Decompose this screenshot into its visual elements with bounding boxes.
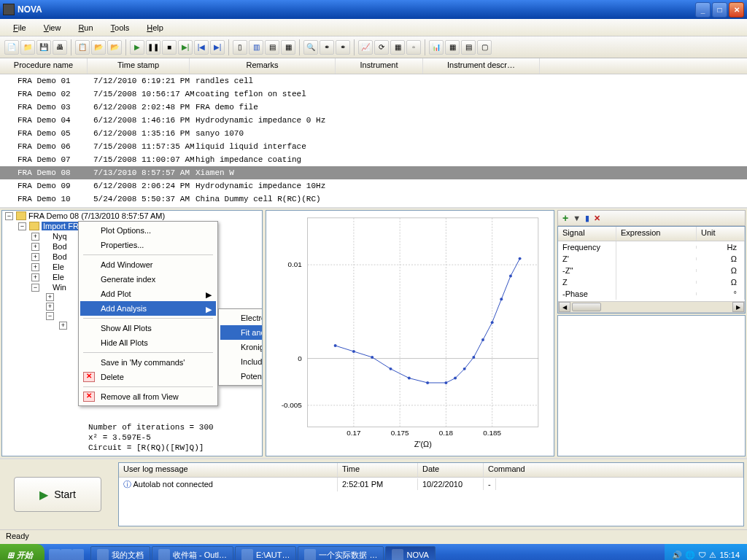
tb-step-icon[interactable]: ▶| bbox=[178, 40, 193, 55]
menu-item[interactable]: Remove all from View✕ bbox=[80, 389, 216, 404]
table-row[interactable]: FRA Demo 087/13/2010 8:57:57 AMXiamen W bbox=[0, 166, 747, 179]
signal-row[interactable]: -Z''Ω bbox=[558, 265, 745, 276]
tb-refresh-icon[interactable]: ⟳ bbox=[374, 40, 389, 55]
menu-item[interactable]: Hide All Plots bbox=[80, 335, 216, 350]
table-row[interactable]: FRA Demo 105/24/2008 5:50:37 AMChina Dum… bbox=[0, 192, 747, 206]
task-item[interactable]: 一个实际数据 … bbox=[298, 546, 384, 560]
signal-row[interactable]: ZΩ bbox=[558, 276, 745, 288]
tb-btn-a[interactable]: ▦ bbox=[390, 40, 405, 55]
menu-item[interactable]: Add Windower bbox=[80, 257, 216, 272]
tb-more-icon[interactable]: ▢ bbox=[477, 40, 492, 55]
windows-start-button[interactable]: ⊞ 开始 bbox=[0, 544, 44, 560]
collapse-icon[interactable]: − bbox=[46, 312, 54, 320]
col-instrument-descr[interactable]: Instrument descr… bbox=[423, 58, 540, 74]
tray-icon[interactable]: ⚠ bbox=[709, 551, 716, 560]
tray-icon[interactable]: 🌐 bbox=[685, 551, 695, 560]
menu-file[interactable]: File bbox=[6, 22, 34, 34]
tb-new-icon[interactable]: 📄 bbox=[4, 40, 19, 55]
table-row[interactable]: FRA Demo 017/12/2010 6:19:21 PMrandles c… bbox=[0, 74, 747, 88]
columns-icon[interactable]: ▮ bbox=[585, 214, 589, 223]
expand-icon[interactable]: + bbox=[59, 322, 67, 330]
scroll-right-icon[interactable]: ▶ bbox=[732, 302, 744, 312]
tb-save-icon[interactable]: 💾 bbox=[36, 40, 51, 55]
table-row[interactable]: FRA Demo 067/15/2008 11:57:35 AMliquid l… bbox=[0, 140, 747, 153]
table-row[interactable]: FRA Demo 046/12/2008 1:46:16 PMHydrodyna… bbox=[0, 114, 747, 127]
quicklaunch-icon[interactable] bbox=[72, 549, 84, 560]
menu-item[interactable]: Show All Plots bbox=[80, 321, 216, 335]
sig-col-unit[interactable]: Unit bbox=[697, 227, 745, 241]
tb-layout2-icon[interactable]: ▥ bbox=[249, 40, 263, 55]
tb-folder2-icon[interactable]: 📂 bbox=[107, 40, 122, 55]
submenu-item[interactable]: Potential scan FRA data bbox=[220, 369, 263, 384]
table-row[interactable]: FRA Demo 096/12/2008 2:06:24 PMHydrodyna… bbox=[0, 179, 747, 192]
col-instrument[interactable]: Instrument bbox=[336, 58, 423, 74]
maximize-button[interactable]: □ bbox=[712, 2, 727, 18]
tb-next-icon[interactable]: ▶| bbox=[210, 40, 225, 55]
menu-item[interactable]: Generate index bbox=[80, 272, 216, 287]
delete-signal-icon[interactable]: ✕ bbox=[594, 214, 600, 223]
close-button[interactable]: ✕ bbox=[729, 2, 744, 18]
tb-folder-icon[interactable]: 📂 bbox=[91, 40, 106, 55]
tb-layout3-icon[interactable]: ▤ bbox=[265, 40, 279, 55]
submenu-item[interactable]: Fit and Simulation bbox=[220, 325, 263, 340]
expand-icon[interactable]: + bbox=[46, 293, 54, 301]
tb-chart-icon[interactable]: 📈 bbox=[358, 40, 373, 55]
signal-scrollbar[interactable]: ◀ ▶ bbox=[558, 301, 745, 313]
add-signal-icon[interactable]: + bbox=[562, 212, 568, 224]
menu-view[interactable]: View bbox=[36, 22, 69, 34]
log-col-msg[interactable]: User log message bbox=[119, 463, 338, 477]
log-row[interactable]: ⓘ Autolab not connected 2:52:01 PM 10/22… bbox=[119, 478, 743, 491]
signal-row[interactable]: -Phase° bbox=[558, 288, 745, 300]
collapse-icon[interactable]: − bbox=[5, 212, 13, 220]
nyquist-plot[interactable]: 0.01 0 -0.005 0.17 0.175 0.18 0.185 Z'(Ω… bbox=[266, 211, 554, 456]
expand-icon[interactable]: + bbox=[46, 303, 54, 311]
menu-run[interactable]: Run bbox=[71, 22, 100, 34]
tb-table-icon[interactable]: ▤ bbox=[461, 40, 476, 55]
tb-copy-icon[interactable]: 📋 bbox=[75, 40, 90, 55]
tb-plot-icon[interactable]: 📊 bbox=[429, 40, 444, 55]
quicklaunch-icon[interactable] bbox=[61, 549, 72, 560]
scroll-thumb[interactable] bbox=[572, 303, 601, 311]
menu-item[interactable]: Add Analysis▶ bbox=[80, 301, 216, 316]
expand-icon[interactable]: + bbox=[31, 253, 39, 261]
task-item[interactable]: 收件箱 - Outl… bbox=[152, 546, 233, 560]
tree-root[interactable]: − FRA Demo 08 (7/13/2010 8:57:57 AM) bbox=[2, 211, 262, 221]
submenu-item[interactable]: Include all FRA data bbox=[220, 354, 263, 369]
start-button[interactable]: ▶ Start bbox=[14, 477, 101, 512]
task-item-active[interactable]: NOVA bbox=[385, 546, 435, 560]
expand-icon[interactable]: + bbox=[31, 243, 39, 251]
signal-row[interactable]: FrequencyHz bbox=[558, 241, 745, 253]
menu-item[interactable]: Properties... bbox=[80, 238, 216, 252]
submenu-item[interactable]: Electrochemical circle fit bbox=[220, 311, 263, 325]
menu-item[interactable]: Add Plot▶ bbox=[80, 287, 216, 301]
menu-item[interactable]: Delete✕ bbox=[80, 370, 216, 384]
tb-grid-icon[interactable]: ▦ bbox=[445, 40, 460, 55]
expand-icon[interactable]: + bbox=[31, 273, 39, 281]
scroll-left-icon[interactable]: ◀ bbox=[559, 302, 570, 312]
tb-link2-icon[interactable]: ⚭ bbox=[336, 40, 350, 55]
col-remarks[interactable]: Remarks bbox=[190, 58, 336, 74]
sig-col-signal[interactable]: Signal bbox=[558, 227, 616, 241]
tb-zoom-icon[interactable]: 🔍 bbox=[303, 40, 318, 55]
tb-layout1-icon[interactable]: ▯ bbox=[233, 40, 247, 55]
task-item[interactable]: 我的文档 bbox=[90, 546, 150, 560]
tb-layout4-icon[interactable]: ▦ bbox=[281, 40, 295, 55]
table-row[interactable]: FRA Demo 056/12/2008 1:35:16 PMsanyo 107… bbox=[0, 127, 747, 140]
log-col-cmd[interactable]: Command bbox=[484, 463, 743, 477]
log-col-time[interactable]: Time bbox=[338, 463, 418, 477]
menu-help[interactable]: Help bbox=[139, 22, 171, 34]
sig-col-expr[interactable]: Expression bbox=[616, 227, 697, 241]
menu-item[interactable]: Save in 'My commands' bbox=[80, 355, 216, 370]
tray-icon[interactable]: 🛡 bbox=[698, 551, 706, 559]
tb-play-icon[interactable]: ▶ bbox=[130, 40, 144, 55]
quicklaunch-icon[interactable] bbox=[49, 549, 61, 560]
expand-icon[interactable]: + bbox=[31, 263, 39, 271]
table-row[interactable]: FRA Demo 077/15/2008 11:00:07 AMhigh imp… bbox=[0, 153, 747, 166]
submenu-item[interactable]: Kronig-Kramers bbox=[220, 340, 263, 354]
signal-row[interactable]: Z'Ω bbox=[558, 253, 745, 265]
expand-icon[interactable]: + bbox=[31, 233, 39, 241]
expand-icon[interactable]: − bbox=[31, 284, 39, 292]
collapse-icon[interactable]: − bbox=[18, 222, 26, 230]
clock[interactable]: 15:14 bbox=[719, 551, 740, 559]
tray-icon[interactable]: 🔊 bbox=[672, 551, 682, 560]
